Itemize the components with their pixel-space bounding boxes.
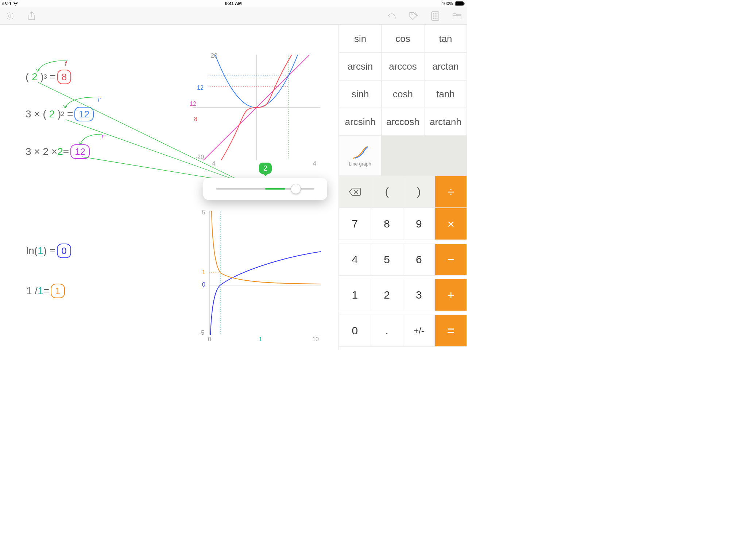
slider-popover[interactable] <box>203 178 327 200</box>
result-2[interactable]: 12 <box>74 107 94 121</box>
slider-track[interactable] <box>216 188 314 190</box>
svg-point-6 <box>433 13 434 14</box>
svg-point-10 <box>435 16 436 16</box>
g1-xright: 4 <box>313 160 316 167</box>
equation-3[interactable]: 3 × 2 × 2 = 12 <box>26 144 90 159</box>
g1-ybot: -20 <box>196 154 204 160</box>
divide-key[interactable]: ÷ <box>435 176 467 208</box>
result-3[interactable]: 12 <box>70 144 90 159</box>
fn-cosh[interactable]: cosh <box>382 80 424 108</box>
share-icon[interactable] <box>27 11 36 21</box>
status-bar: iPad 9:41 AM 100% <box>0 0 467 7</box>
line-graph-icon <box>351 145 369 160</box>
add-key[interactable]: + <box>435 279 467 311</box>
g2-ytop: 5 <box>202 209 205 216</box>
g2-xmid: 1 <box>259 336 262 343</box>
fn-key-grid: sin cos tan arcsin arccos arctan sinh co… <box>339 25 467 136</box>
fn-label-fdprime: f'' <box>101 134 105 141</box>
key-dot[interactable]: . <box>371 315 403 347</box>
key-5[interactable]: 5 <box>371 244 403 276</box>
key-8[interactable]: 8 <box>371 208 403 240</box>
status-time: 9:41 AM <box>225 1 242 6</box>
fn-arcsinh[interactable]: arcsinh <box>339 108 382 136</box>
key-9[interactable]: 9 <box>403 208 435 240</box>
fn-arcsin[interactable]: arcsin <box>339 52 382 80</box>
fn-arctan[interactable]: arctan <box>424 52 467 80</box>
equation-1[interactable]: ( 2 )3 = 8 <box>26 70 71 84</box>
backspace-key[interactable] <box>339 176 371 208</box>
toolbar <box>0 7 467 25</box>
settings-icon[interactable] <box>5 11 15 21</box>
equals-key[interactable]: = <box>435 315 467 347</box>
svg-point-13 <box>435 18 436 19</box>
rparen-key[interactable]: ) <box>403 176 435 208</box>
slider-thumb[interactable] <box>291 184 301 194</box>
key-0[interactable]: 0 <box>339 315 371 347</box>
tag-icon[interactable] <box>409 11 418 21</box>
fn-arccosh[interactable]: arccosh <box>382 108 424 136</box>
svg-point-7 <box>435 13 436 14</box>
eq4-close: ) = <box>43 245 55 257</box>
grid-icon[interactable] <box>430 11 440 21</box>
battery-icon <box>455 1 465 6</box>
svg-rect-2 <box>464 3 465 5</box>
slider-value-badge: 2 <box>259 163 272 174</box>
eq5-var: 1 <box>38 285 43 297</box>
g1-y2: 12 <box>190 101 196 107</box>
equation-5[interactable]: 1 / 1 = 1 <box>26 284 65 298</box>
result-5[interactable]: 1 <box>51 284 65 298</box>
key-2[interactable]: 2 <box>371 279 403 311</box>
svg-rect-1 <box>456 2 463 5</box>
fn-cos[interactable]: cos <box>382 25 424 52</box>
canvas[interactable]: f ( 2 )3 = 8 f' 3 × ( 2 )2 = 12 f'' 3 × … <box>0 25 338 350</box>
keypad-top-row: ( ) ÷ <box>339 176 467 208</box>
eq3-pre: 3 × 2 × <box>26 146 57 158</box>
line-graph-button[interactable]: Line graph <box>339 136 381 176</box>
graph-2[interactable]: 5 1 0 -5 0 1 10 <box>197 211 321 346</box>
fn-label-f: f <box>65 61 66 67</box>
eq5-eq: = <box>43 285 49 297</box>
eq3-var: 2 <box>57 146 63 158</box>
device-label: iPad <box>2 1 11 6</box>
key-1[interactable]: 1 <box>339 279 371 311</box>
eq1-eq: = <box>50 71 55 83</box>
key-7[interactable]: 7 <box>339 208 371 240</box>
fn-label-fprime: f' <box>98 97 101 104</box>
graph-type-row: Line graph <box>339 136 467 176</box>
fn-arctanh[interactable]: arctanh <box>424 108 467 136</box>
eq3-eq: = <box>63 146 69 158</box>
multiply-key[interactable]: × <box>435 208 467 240</box>
backspace-icon <box>349 187 361 196</box>
equation-4[interactable]: ln( 1 ) = 0 <box>26 244 71 258</box>
graph-1[interactable]: 20 12 12 8 -20 -4 4 <box>193 55 320 168</box>
folder-icon[interactable] <box>452 11 462 21</box>
fn-sin[interactable]: sin <box>339 25 382 52</box>
g2-y1: 1 <box>202 269 205 276</box>
fn-tan[interactable]: tan <box>424 25 467 52</box>
key-3[interactable]: 3 <box>403 279 435 311</box>
key-4[interactable]: 4 <box>339 244 371 276</box>
eq1-sup: 3 <box>44 74 47 80</box>
g1-ytop: 20 <box>211 52 217 59</box>
result-1[interactable]: 8 <box>57 70 71 84</box>
svg-point-3 <box>9 15 11 17</box>
g2-ybot: -5 <box>199 330 204 336</box>
subtract-key[interactable]: − <box>435 244 467 276</box>
eq4-var: 1 <box>38 245 43 257</box>
svg-point-12 <box>433 18 434 19</box>
fn-sinh[interactable]: sinh <box>339 80 382 108</box>
eq2-close: ) <box>58 108 61 120</box>
eq1-var: 2 <box>32 71 38 83</box>
fn-tanh[interactable]: tanh <box>424 80 467 108</box>
fn-arccos[interactable]: arccos <box>382 52 424 80</box>
svg-point-11 <box>437 16 437 16</box>
eq1-close: ) <box>40 71 43 83</box>
line-graph-label: Line graph <box>349 161 371 167</box>
undo-icon[interactable] <box>387 11 396 21</box>
sidebar: sin cos tan arcsin arccos arctan sinh co… <box>338 25 467 350</box>
equation-2[interactable]: 3 × ( 2 )2 = 12 <box>26 107 94 121</box>
result-4[interactable]: 0 <box>57 244 71 258</box>
key-6[interactable]: 6 <box>403 244 435 276</box>
lparen-key[interactable]: ( <box>371 176 403 208</box>
key-plusminus[interactable]: +/- <box>403 315 435 347</box>
